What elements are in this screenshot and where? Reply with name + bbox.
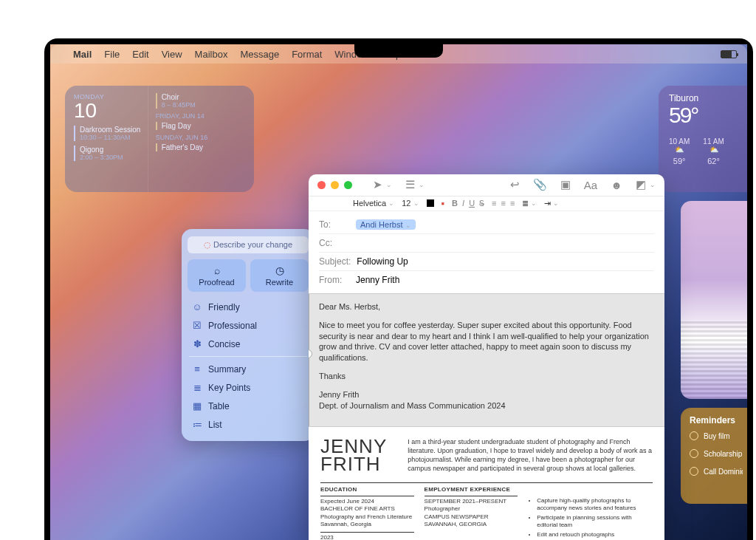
format-list[interactable]: ≔List xyxy=(188,415,309,434)
calendar-event: Flag Day xyxy=(156,122,247,130)
reminders-widget[interactable]: Reminders Buy film Scholarship Call Domi… xyxy=(681,408,747,504)
chevron-down-icon[interactable]: ⌄ xyxy=(419,181,425,188)
menubar-file[interactable]: File xyxy=(104,49,120,60)
subject-input[interactable]: Following Up xyxy=(357,256,408,267)
tone-professional[interactable]: ☒Professional xyxy=(188,316,309,335)
writing-tools-popover: ◌ Describe your change ⌕Proofread ◷Rewri… xyxy=(182,229,315,441)
compose-window: ➤⌄ ☰⌄ ↩ 📎 ▣ Aa ☻ ◩⌄ Helvetica⌄ 12⌄ ▪ B xyxy=(309,174,664,540)
close-button[interactable] xyxy=(317,181,326,189)
body-paragraph: Nice to meet you for coffee yesterday. S… xyxy=(319,320,654,363)
chevron-down-icon: ⌄ xyxy=(405,222,411,229)
indent-select[interactable]: ⇥⌄ xyxy=(544,199,559,208)
format-icon[interactable]: Aa xyxy=(584,179,597,191)
notch xyxy=(354,44,443,58)
strike-button[interactable]: S̶ xyxy=(479,199,484,208)
calendar-event: Father's Day xyxy=(156,143,247,151)
header-fields-icon[interactable]: ☰ xyxy=(405,178,415,191)
message-body[interactable]: Dear Ms. Herbst, Nice to meet you for co… xyxy=(309,293,664,427)
menubar-edit[interactable]: Edit xyxy=(132,49,148,60)
reply-icon[interactable]: ↩ xyxy=(510,178,520,191)
text-color[interactable] xyxy=(427,199,434,207)
photo-widget[interactable] xyxy=(681,201,747,399)
weather-city: Tiburon xyxy=(669,93,743,103)
subject-label: Subject: xyxy=(319,256,351,267)
chevron-down-icon[interactable]: ⌄ xyxy=(650,181,656,188)
body-thanks: Thanks xyxy=(319,371,654,382)
font-select[interactable]: Helvetica⌄ xyxy=(353,199,394,208)
minimize-button[interactable] xyxy=(331,181,339,189)
recipient-chip[interactable]: Andi Herbst ⌄ xyxy=(356,219,416,230)
reminder-item[interactable]: Call Dominic xyxy=(690,467,743,476)
reminder-item[interactable]: Scholarship xyxy=(690,449,743,458)
photo-icon[interactable]: ▣ xyxy=(560,178,571,191)
align-center-icon[interactable]: ≡ xyxy=(501,199,506,208)
smile-icon: ☺ xyxy=(192,301,202,312)
align-left-icon[interactable]: ≡ xyxy=(492,199,496,208)
align-right-icon[interactable]: ≡ xyxy=(510,199,515,208)
size-select[interactable]: 12⌄ xyxy=(402,199,419,208)
circle-icon[interactable] xyxy=(690,449,698,458)
describe-change-input[interactable]: ◌ Describe your change xyxy=(188,236,309,253)
weather-temp: 59° xyxy=(669,103,743,127)
meter-icon: ◷ xyxy=(253,264,306,276)
weather-widget[interactable]: Tiburon 59° 10 AM ⛅ 59° 11 AM ⛅ 62° xyxy=(659,86,747,192)
signature-dept: Dept. of Journalism and Mass Communicati… xyxy=(319,401,506,410)
format-keypoints[interactable]: ≣Key Points xyxy=(188,378,309,397)
chevron-down-icon[interactable]: ⌄ xyxy=(386,181,392,188)
highlight-color[interactable]: ▪ xyxy=(441,198,445,209)
proofread-button[interactable]: ⌕Proofread xyxy=(188,259,246,292)
weather-hour: 11 AM ⛅ 62° xyxy=(703,137,724,165)
circle-icon[interactable] xyxy=(690,467,698,476)
markup-icon[interactable]: ◩ xyxy=(636,178,646,191)
experience-heading: EMPLOYMENT EXPERIENCE xyxy=(425,486,518,493)
reminder-item[interactable]: Buy film xyxy=(690,431,743,440)
cloud-icon: ⛅ xyxy=(669,146,690,154)
format-bar: Helvetica⌄ 12⌄ ▪ B I U S̶ ≡ ≡ ≡ ≣⌄ ⇥⌄ xyxy=(309,196,664,211)
briefcase-icon: ☒ xyxy=(192,320,202,331)
lines-icon: ≡ xyxy=(192,363,202,375)
list-icon: ≔ xyxy=(192,419,202,430)
battery-icon[interactable] xyxy=(721,50,737,58)
from-value[interactable]: Jenny Frith xyxy=(356,275,399,285)
lines-icon: ≣ xyxy=(192,382,202,393)
from-label: From: xyxy=(319,275,350,285)
format-table[interactable]: ▦Table xyxy=(188,397,309,415)
body-greeting: Dear Ms. Herbst, xyxy=(319,301,654,312)
calendar-section: FRIDAY, JUN 14 xyxy=(156,112,247,120)
tone-friendly[interactable]: ☺Friendly xyxy=(188,298,309,316)
to-label: To: xyxy=(319,219,350,230)
list-select[interactable]: ≣⌄ xyxy=(522,199,537,208)
zoom-button[interactable] xyxy=(344,181,352,189)
circle-icon[interactable] xyxy=(690,431,698,440)
calendar-event: Darkroom Session 10:30 – 11:30AM xyxy=(74,126,142,141)
calendar-widget[interactable]: MONDAY 10 Darkroom Session 10:30 – 11:30… xyxy=(65,86,254,192)
menubar-view[interactable]: View xyxy=(162,49,182,60)
resume-bio: I am a third-year student undergraduate … xyxy=(408,437,653,474)
menubar-app[interactable]: Mail xyxy=(73,49,92,60)
experience-bullets: Capture high-quality photographs to acco… xyxy=(528,497,653,540)
send-icon[interactable]: ➤ xyxy=(373,178,382,191)
bold-button[interactable]: B xyxy=(452,199,458,208)
emoji-icon[interactable]: ☻ xyxy=(611,179,622,191)
tone-concise[interactable]: ✽Concise xyxy=(188,335,309,353)
signature-name: Jenny Frith xyxy=(319,390,359,399)
calendar-section: SUNDAY, JUN 16 xyxy=(156,134,247,141)
resume-name: JENNYFRITH xyxy=(320,437,387,474)
day-number: 10 xyxy=(74,100,142,121)
selection-handle[interactable] xyxy=(309,294,309,426)
weather-hour: 10 AM ⛅ 59° xyxy=(669,137,690,165)
reminders-title: Reminders xyxy=(690,415,743,425)
rewrite-button[interactable]: ◷Rewrite xyxy=(250,259,309,292)
education-heading: EDUCATION xyxy=(320,486,414,493)
titlebar: ➤⌄ ☰⌄ ↩ 📎 ▣ Aa ☻ ◩⌄ xyxy=(309,174,664,196)
grid-icon: ▦ xyxy=(192,400,202,411)
calendar-event: Qigong 2:00 – 3:30PM xyxy=(74,146,142,161)
search-icon: ⌕ xyxy=(190,264,243,276)
menubar-message[interactable]: Message xyxy=(240,49,279,60)
format-summary[interactable]: ≡Summary xyxy=(188,360,309,378)
menubar-mailbox[interactable]: Mailbox xyxy=(195,49,228,60)
italic-button[interactable]: I xyxy=(462,199,464,208)
menubar-format[interactable]: Format xyxy=(292,49,322,60)
attach-icon[interactable]: 📎 xyxy=(533,178,547,191)
underline-button[interactable]: U xyxy=(469,199,475,208)
